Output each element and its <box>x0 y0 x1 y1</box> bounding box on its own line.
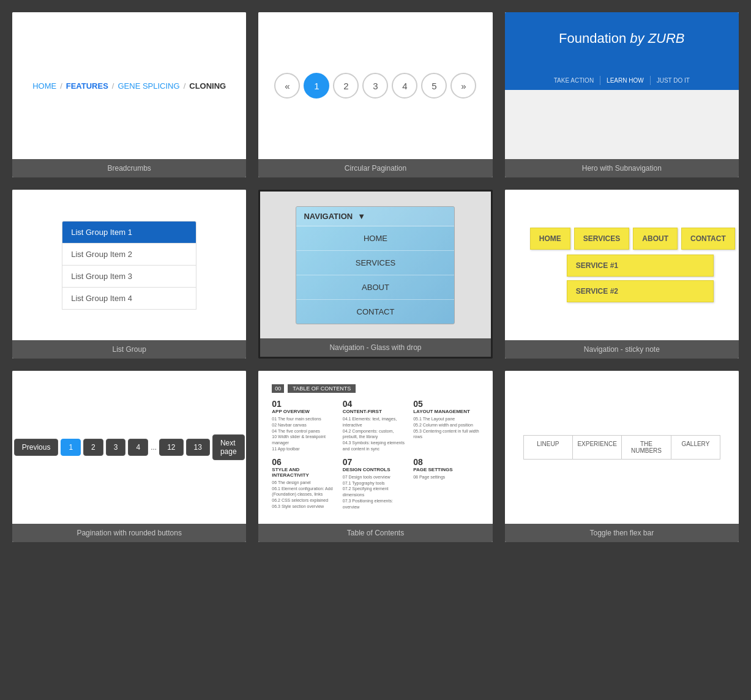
flex-bar-numbers[interactable]: THE NUMBERS <box>622 436 671 459</box>
card-toc: 00 TABLE OF CONTENTS 01 APP OVERVIEW 01 … <box>258 371 492 542</box>
sticky-nav-sub: SERVICE #1 SERVICE #2 <box>567 255 714 302</box>
pagination-page-1[interactable]: 1 <box>304 73 329 99</box>
pag-prev[interactable]: Previous <box>14 439 59 456</box>
toc-title-06: STYLE AND INTERACTIVITY <box>272 467 337 478</box>
toc-items-07: 07 Design tools overview07.1 Typography … <box>343 474 408 510</box>
nav-glass-toggle-label: NAVIGATION <box>304 212 353 221</box>
sticky-nav: HOME SERVICES ABOUT CONTACT SERVICE #1 S… <box>530 228 714 302</box>
card-breadcrumbs: HOME / FEATURES / GENE SPLICING / CLONIN… <box>12 12 246 177</box>
pag-page-3[interactable]: 3 <box>106 439 126 456</box>
card-label-breadcrumbs: Breadcrumbs <box>12 159 246 177</box>
breadcrumb: HOME / FEATURES / GENE SPLICING / CLONIN… <box>32 81 226 91</box>
toc: 00 TABLE OF CONTENTS 01 APP OVERVIEW 01 … <box>266 378 485 516</box>
list-group-item-2[interactable]: List Group Item 2 <box>62 244 196 266</box>
sticky-nav-service1[interactable]: SERVICE #1 <box>567 255 714 277</box>
sticky-nav-service2[interactable]: SERVICE #2 <box>567 280 714 302</box>
pagination-page-5[interactable]: 5 <box>421 73 447 99</box>
hero-subnav-item-2[interactable]: LEARN HOW <box>600 76 651 85</box>
card-preview-pagination-rounded: Previous 1 2 3 4 ... 12 13 Next page <box>12 371 246 524</box>
nav-glass-item-contact[interactable]: CONTACT <box>296 300 454 324</box>
pag-page-13[interactable]: 13 <box>186 439 210 456</box>
toc-section-05: 05 LAYOUT MANAGEMENT 05.1 The Layout pan… <box>413 399 479 452</box>
breadcrumb-features[interactable]: FEATURES <box>66 81 108 91</box>
hero-subnav-item-3[interactable]: JUST DO IT <box>651 76 696 85</box>
card-preview-hero: Foundation by ZURB TAKE ACTION LEARN HOW… <box>505 12 739 159</box>
toc-header: 00 TABLE OF CONTENTS <box>272 384 479 393</box>
pag-page-1[interactable]: 1 <box>61 439 81 456</box>
toc-header-title: TABLE OF CONTENTS <box>288 384 356 393</box>
pag-page-12[interactable]: 12 <box>159 439 183 456</box>
pag-next[interactable]: Next page <box>212 434 245 460</box>
hero-subnav: TAKE ACTION LEARN HOW JUST DO IT <box>505 71 739 90</box>
nav-glass-dropdown-icon: ▼ <box>357 212 365 221</box>
toc-section-01: 01 APP OVERVIEW 01 The four main section… <box>272 399 337 452</box>
toc-title-04: CONTENT-FIRST <box>343 409 408 414</box>
card-preview-toc: 00 TABLE OF CONTENTS 01 APP OVERVIEW 01 … <box>258 371 492 524</box>
list-group-item-3[interactable]: List Group Item 3 <box>62 266 196 288</box>
list-group: List Group Item 1 List Group Item 2 List… <box>62 221 196 310</box>
pagination-next[interactable]: » <box>450 73 476 99</box>
hero-title: Foundation by ZURB <box>517 31 727 47</box>
pagination-prev[interactable]: « <box>274 73 300 99</box>
toc-num-05: 05 <box>413 399 479 409</box>
hero-subtitle: by ZURB <box>630 31 684 46</box>
toc-num-01: 01 <box>272 399 337 409</box>
toc-items-06: 06 The design panel06.1 Element configur… <box>272 480 337 510</box>
breadcrumb-home[interactable]: HOME <box>32 81 56 91</box>
toc-items-01: 01 The four main sections02 Navbar canva… <box>272 416 337 452</box>
pagination-page-4[interactable]: 4 <box>392 73 417 99</box>
toc-num-08: 08 <box>413 457 479 467</box>
toc-section-04: 04 CONTENT-FIRST 04.1 Elements: text, im… <box>343 399 408 452</box>
pag-ellipsis: ... <box>151 443 157 452</box>
toc-items-08: 08 Page settings <box>413 474 479 480</box>
pag-page-2[interactable]: 2 <box>83 439 103 456</box>
card-flex-bar: LINEUP EXPERIENCE THE NUMBERS GALLERY To… <box>505 371 739 542</box>
pagination-page-3[interactable]: 3 <box>362 73 388 99</box>
card-label-circular-pagination: Circular Pagination <box>258 159 492 177</box>
hero-banner: Foundation by ZURB <box>505 12 739 71</box>
sticky-nav-services[interactable]: SERVICES <box>574 228 629 250</box>
card-label-toc: Table of Contents <box>258 524 492 542</box>
nav-glass-item-home[interactable]: HOME <box>296 226 454 251</box>
card-label-pagination-rounded: Pagination with rounded buttons <box>12 524 246 542</box>
breadcrumb-gene-splicing[interactable]: GENE SPLICING <box>118 81 179 91</box>
nav-glass-item-about[interactable]: ABOUT <box>296 275 454 300</box>
flex-bar-container: LINEUP EXPERIENCE THE NUMBERS GALLERY <box>517 429 727 466</box>
card-label-nav-sticky: Navigation - sticky note <box>505 340 739 359</box>
sticky-nav-top: HOME SERVICES ABOUT CONTACT <box>530 228 714 250</box>
toc-section-06: 06 STYLE AND INTERACTIVITY 06 The design… <box>272 457 337 510</box>
toc-num-06: 06 <box>272 457 337 467</box>
toc-title-08: PAGE SETTINGS <box>413 467 479 472</box>
toc-section-07: 07 DESIGN CONTROLS 07 Design tools overv… <box>343 457 408 510</box>
flex-bar-lineup[interactable]: LINEUP <box>524 436 573 459</box>
list-group-item-4[interactable]: List Group Item 4 <box>62 288 196 310</box>
toc-section-08: 08 PAGE SETTINGS 08 Page settings <box>413 457 479 510</box>
nav-glass-item-services[interactable]: SERVICES <box>296 251 454 275</box>
circular-pagination: « 1 2 3 4 5 » <box>274 73 476 99</box>
list-group-item-1[interactable]: List Group Item 1 <box>62 221 196 244</box>
flex-bar: LINEUP EXPERIENCE THE NUMBERS GALLERY <box>523 435 720 460</box>
pag-page-4[interactable]: 4 <box>128 439 148 456</box>
pagination-page-2[interactable]: 2 <box>333 73 359 99</box>
card-label-nav-glass: Navigation - Glass with drop <box>260 338 490 357</box>
card-pagination-rounded: Previous 1 2 3 4 ... 12 13 Next page Pag… <box>12 371 246 542</box>
pagination-rounded: Previous 1 2 3 4 ... 12 13 Next page <box>14 434 245 460</box>
toc-title-05: LAYOUT MANAGEMENT <box>413 409 479 414</box>
card-hero-subnavigation: Foundation by ZURB TAKE ACTION LEARN HOW… <box>505 12 739 177</box>
card-circular-pagination: « 1 2 3 4 5 » Circular Pagination <box>258 12 492 177</box>
card-preview-list-group: List Group Item 1 List Group Item 2 List… <box>12 190 246 340</box>
flex-bar-gallery[interactable]: GALLERY <box>671 436 720 459</box>
toc-header-num: 00 <box>272 384 284 393</box>
toc-num-07: 07 <box>343 457 408 467</box>
card-preview-nav-sticky: HOME SERVICES ABOUT CONTACT SERVICE #1 S… <box>505 190 739 340</box>
sticky-nav-contact[interactable]: CONTACT <box>681 228 735 250</box>
card-list-group: List Group Item 1 List Group Item 2 List… <box>12 190 246 359</box>
breadcrumb-sep-2: / <box>112 81 114 91</box>
sticky-nav-about[interactable]: ABOUT <box>633 228 678 250</box>
card-preview-nav-glass: NAVIGATION ▼ HOME SERVICES ABOUT CONTACT <box>260 192 490 338</box>
card-preview-flex-bar: LINEUP EXPERIENCE THE NUMBERS GALLERY <box>505 371 739 524</box>
nav-glass-toggle[interactable]: NAVIGATION ▼ <box>296 207 454 226</box>
flex-bar-experience[interactable]: EXPERIENCE <box>573 436 622 459</box>
sticky-nav-home[interactable]: HOME <box>530 228 570 250</box>
hero-subnav-item-1[interactable]: TAKE ACTION <box>548 76 600 85</box>
